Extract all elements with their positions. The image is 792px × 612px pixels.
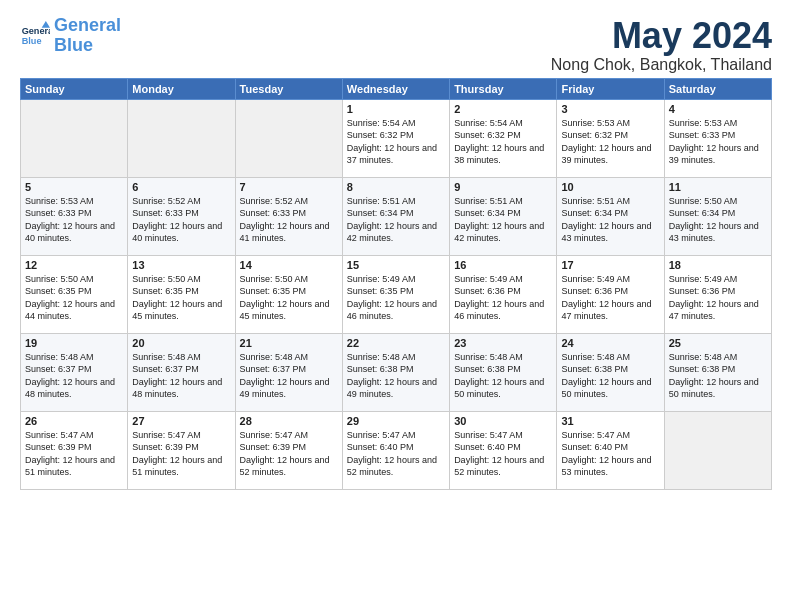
day-detail: Sunrise: 5:54 AMSunset: 6:32 PMDaylight:…: [347, 117, 445, 167]
calendar-cell: 2Sunrise: 5:54 AMSunset: 6:32 PMDaylight…: [450, 99, 557, 177]
day-detail: Sunrise: 5:50 AMSunset: 6:34 PMDaylight:…: [669, 195, 767, 245]
day-detail: Sunrise: 5:52 AMSunset: 6:33 PMDaylight:…: [240, 195, 338, 245]
calendar-week-3: 19Sunrise: 5:48 AMSunset: 6:37 PMDayligh…: [21, 333, 772, 411]
day-number: 19: [25, 337, 123, 349]
month-title: May 2024: [551, 16, 772, 56]
calendar-week-4: 26Sunrise: 5:47 AMSunset: 6:39 PMDayligh…: [21, 411, 772, 489]
calendar-cell: 22Sunrise: 5:48 AMSunset: 6:38 PMDayligh…: [342, 333, 449, 411]
day-number: 20: [132, 337, 230, 349]
day-number: 15: [347, 259, 445, 271]
calendar-week-2: 12Sunrise: 5:50 AMSunset: 6:35 PMDayligh…: [21, 255, 772, 333]
calendar-cell: 17Sunrise: 5:49 AMSunset: 6:36 PMDayligh…: [557, 255, 664, 333]
day-detail: Sunrise: 5:48 AMSunset: 6:37 PMDaylight:…: [25, 351, 123, 401]
day-detail: Sunrise: 5:48 AMSunset: 6:38 PMDaylight:…: [454, 351, 552, 401]
day-detail: Sunrise: 5:47 AMSunset: 6:40 PMDaylight:…: [347, 429, 445, 479]
calendar-cell: 27Sunrise: 5:47 AMSunset: 6:39 PMDayligh…: [128, 411, 235, 489]
calendar-week-0: 1Sunrise: 5:54 AMSunset: 6:32 PMDaylight…: [21, 99, 772, 177]
calendar-cell: 1Sunrise: 5:54 AMSunset: 6:32 PMDaylight…: [342, 99, 449, 177]
day-number: 29: [347, 415, 445, 427]
day-number: 18: [669, 259, 767, 271]
calendar-table: Sunday Monday Tuesday Wednesday Thursday…: [20, 78, 772, 490]
day-number: 22: [347, 337, 445, 349]
day-number: 30: [454, 415, 552, 427]
day-detail: Sunrise: 5:49 AMSunset: 6:36 PMDaylight:…: [454, 273, 552, 323]
calendar-cell: 16Sunrise: 5:49 AMSunset: 6:36 PMDayligh…: [450, 255, 557, 333]
calendar-cell: 7Sunrise: 5:52 AMSunset: 6:33 PMDaylight…: [235, 177, 342, 255]
day-number: 9: [454, 181, 552, 193]
calendar-week-1: 5Sunrise: 5:53 AMSunset: 6:33 PMDaylight…: [21, 177, 772, 255]
calendar-cell: [128, 99, 235, 177]
calendar-cell: 24Sunrise: 5:48 AMSunset: 6:38 PMDayligh…: [557, 333, 664, 411]
day-number: 25: [669, 337, 767, 349]
svg-text:Blue: Blue: [22, 36, 42, 46]
day-detail: Sunrise: 5:48 AMSunset: 6:37 PMDaylight:…: [132, 351, 230, 401]
calendar-cell: 6Sunrise: 5:52 AMSunset: 6:33 PMDaylight…: [128, 177, 235, 255]
day-detail: Sunrise: 5:51 AMSunset: 6:34 PMDaylight:…: [561, 195, 659, 245]
day-number: 31: [561, 415, 659, 427]
calendar-cell: 4Sunrise: 5:53 AMSunset: 6:33 PMDaylight…: [664, 99, 771, 177]
location: Nong Chok, Bangkok, Thailand: [551, 56, 772, 74]
day-detail: Sunrise: 5:47 AMSunset: 6:40 PMDaylight:…: [454, 429, 552, 479]
day-number: 28: [240, 415, 338, 427]
day-detail: Sunrise: 5:51 AMSunset: 6:34 PMDaylight:…: [347, 195, 445, 245]
header-row: Sunday Monday Tuesday Wednesday Thursday…: [21, 78, 772, 99]
day-detail: Sunrise: 5:47 AMSunset: 6:39 PMDaylight:…: [25, 429, 123, 479]
day-number: 1: [347, 103, 445, 115]
day-detail: Sunrise: 5:47 AMSunset: 6:39 PMDaylight:…: [132, 429, 230, 479]
day-detail: Sunrise: 5:54 AMSunset: 6:32 PMDaylight:…: [454, 117, 552, 167]
calendar-cell: 19Sunrise: 5:48 AMSunset: 6:37 PMDayligh…: [21, 333, 128, 411]
day-number: 8: [347, 181, 445, 193]
day-detail: Sunrise: 5:48 AMSunset: 6:37 PMDaylight:…: [240, 351, 338, 401]
day-number: 6: [132, 181, 230, 193]
logo-line2: Blue: [54, 35, 93, 55]
day-number: 12: [25, 259, 123, 271]
calendar-cell: 10Sunrise: 5:51 AMSunset: 6:34 PMDayligh…: [557, 177, 664, 255]
calendar-cell: [235, 99, 342, 177]
col-thursday: Thursday: [450, 78, 557, 99]
day-number: 10: [561, 181, 659, 193]
day-number: 13: [132, 259, 230, 271]
day-number: 16: [454, 259, 552, 271]
calendar-cell: [664, 411, 771, 489]
day-number: 5: [25, 181, 123, 193]
col-wednesday: Wednesday: [342, 78, 449, 99]
day-detail: Sunrise: 5:47 AMSunset: 6:39 PMDaylight:…: [240, 429, 338, 479]
calendar-cell: 26Sunrise: 5:47 AMSunset: 6:39 PMDayligh…: [21, 411, 128, 489]
calendar-cell: 12Sunrise: 5:50 AMSunset: 6:35 PMDayligh…: [21, 255, 128, 333]
calendar-cell: 8Sunrise: 5:51 AMSunset: 6:34 PMDaylight…: [342, 177, 449, 255]
calendar-cell: 3Sunrise: 5:53 AMSunset: 6:32 PMDaylight…: [557, 99, 664, 177]
calendar-cell: 21Sunrise: 5:48 AMSunset: 6:37 PMDayligh…: [235, 333, 342, 411]
calendar-cell: 15Sunrise: 5:49 AMSunset: 6:35 PMDayligh…: [342, 255, 449, 333]
logo: General Blue General Blue: [20, 16, 121, 56]
col-friday: Friday: [557, 78, 664, 99]
col-monday: Monday: [128, 78, 235, 99]
col-sunday: Sunday: [21, 78, 128, 99]
day-detail: Sunrise: 5:49 AMSunset: 6:36 PMDaylight:…: [561, 273, 659, 323]
logo-line1: General: [54, 15, 121, 35]
calendar-cell: 20Sunrise: 5:48 AMSunset: 6:37 PMDayligh…: [128, 333, 235, 411]
calendar-cell: 18Sunrise: 5:49 AMSunset: 6:36 PMDayligh…: [664, 255, 771, 333]
logo-text: General Blue: [54, 16, 121, 56]
calendar-cell: 31Sunrise: 5:47 AMSunset: 6:40 PMDayligh…: [557, 411, 664, 489]
day-number: 27: [132, 415, 230, 427]
day-detail: Sunrise: 5:47 AMSunset: 6:40 PMDaylight:…: [561, 429, 659, 479]
col-tuesday: Tuesday: [235, 78, 342, 99]
day-detail: Sunrise: 5:52 AMSunset: 6:33 PMDaylight:…: [132, 195, 230, 245]
calendar-cell: [21, 99, 128, 177]
logo-icon: General Blue: [20, 21, 50, 51]
day-detail: Sunrise: 5:48 AMSunset: 6:38 PMDaylight:…: [561, 351, 659, 401]
day-detail: Sunrise: 5:48 AMSunset: 6:38 PMDaylight:…: [669, 351, 767, 401]
calendar-cell: 5Sunrise: 5:53 AMSunset: 6:33 PMDaylight…: [21, 177, 128, 255]
day-number: 7: [240, 181, 338, 193]
day-number: 2: [454, 103, 552, 115]
day-number: 21: [240, 337, 338, 349]
calendar-cell: 30Sunrise: 5:47 AMSunset: 6:40 PMDayligh…: [450, 411, 557, 489]
calendar-cell: 25Sunrise: 5:48 AMSunset: 6:38 PMDayligh…: [664, 333, 771, 411]
day-number: 3: [561, 103, 659, 115]
day-detail: Sunrise: 5:53 AMSunset: 6:32 PMDaylight:…: [561, 117, 659, 167]
day-number: 14: [240, 259, 338, 271]
header: General Blue General Blue May 2024 Nong …: [20, 16, 772, 74]
day-number: 24: [561, 337, 659, 349]
day-number: 11: [669, 181, 767, 193]
day-detail: Sunrise: 5:53 AMSunset: 6:33 PMDaylight:…: [669, 117, 767, 167]
